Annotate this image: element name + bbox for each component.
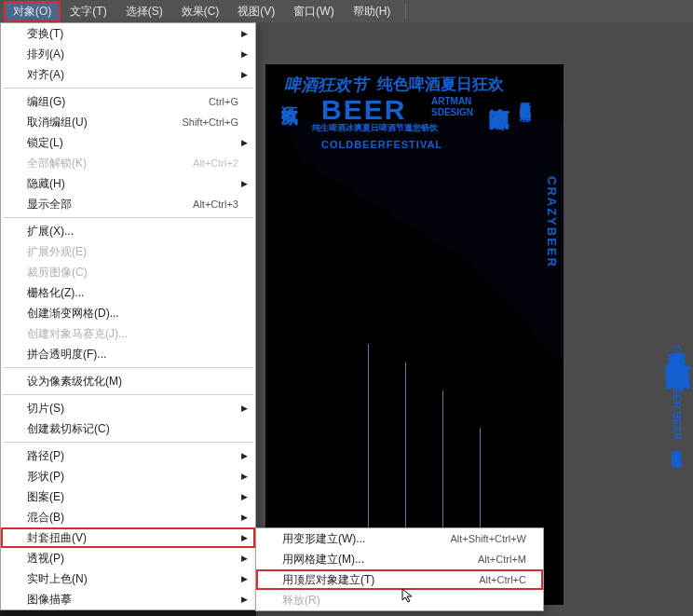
- art-title: 啤酒狂欢节: [284, 74, 368, 96]
- object-menu: 变换(T) 排列(A) 对齐(A) 编组(G)Ctrl+G 取消编组(U)Shi…: [0, 22, 256, 610]
- menu-envelope-distort[interactable]: 封套扭曲(V): [1, 527, 255, 548]
- submenu-make-warp[interactable]: 用变形建立(W)...Alt+Shift+Ctrl+W: [256, 528, 543, 549]
- menu-expand[interactable]: 扩展(X)...: [1, 221, 255, 241]
- menu-object-mosaic: 创建对象马赛克(J)...: [1, 323, 255, 344]
- menu-ungroup[interactable]: 取消编组(U)Shift+Ctrl+G: [1, 112, 255, 132]
- menu-effect[interactable]: 效果(C): [172, 1, 229, 22]
- menu-path[interactable]: 路径(P): [1, 445, 255, 466]
- menu-slice[interactable]: 切片(S): [1, 398, 255, 418]
- submenu-make-mesh[interactable]: 用网格建立(M)...Alt+Ctrl+M: [256, 549, 543, 569]
- menu-expand-appearance: 扩展外观(E): [1, 241, 255, 262]
- menu-unlock-all: 全部解锁(K)Alt+Ctrl+2: [1, 153, 255, 173]
- menu-show-all[interactable]: 显示全部Alt+Ctrl+3: [1, 194, 255, 214]
- menu-lock[interactable]: 锁定(L): [1, 132, 255, 153]
- menu-blend[interactable]: 混合(B): [1, 507, 255, 527]
- art-beer: BEER: [321, 94, 406, 126]
- submenu-release: 释放(R): [256, 590, 543, 610]
- menu-view[interactable]: 视图(V): [228, 1, 284, 22]
- envelope-submenu: 用变形建立(W)...Alt+Shift+Ctrl+W 用网格建立(M)...A…: [255, 527, 544, 611]
- art-sub: 纯色啤酒夏日狂欢: [377, 74, 504, 95]
- menu-pattern[interactable]: 图案(E): [1, 486, 255, 507]
- separator: [3, 367, 253, 368]
- menu-align[interactable]: 对齐(A): [1, 64, 255, 85]
- cursor-icon: [401, 587, 417, 608]
- menu-help[interactable]: 帮助(H): [344, 1, 401, 22]
- menu-crop-image: 裁剪图像(C): [1, 262, 255, 282]
- side-text-panel: 酒夏日狂欢 冰爽啤酒节 CRAZYBEER BEER 冰爽夏日 疯狂啤酒 邀您喝: [558, 339, 693, 600]
- menu-trim-marks[interactable]: 创建裁切标记(C): [1, 418, 255, 439]
- menu-shape[interactable]: 形状(P): [1, 466, 255, 486]
- menu-group[interactable]: 编组(G)Ctrl+G: [1, 91, 255, 112]
- menubar: 对象(O) 文字(T) 选择(S) 效果(C) 视图(V) 窗口(W) 帮助(H…: [0, 0, 693, 22]
- menu-arrange[interactable]: 排列(A): [1, 44, 255, 64]
- menu-flatten[interactable]: 拼合透明度(F)...: [1, 344, 255, 364]
- divider: [405, 4, 406, 19]
- menu-rasterize[interactable]: 栅格化(Z)...: [1, 282, 255, 303]
- art-small: 纯生啤酒冰爽夏日啤酒节邀您畅饮: [312, 122, 438, 134]
- separator: [3, 217, 253, 218]
- menu-transform[interactable]: 变换(T): [1, 23, 255, 44]
- menu-image-trace[interactable]: 图像描摹: [1, 589, 255, 609]
- art-fest: COLDBEERFESTIVAL: [321, 139, 442, 150]
- submenu-make-top-object[interactable]: 用顶层对象建立(T)Alt+Ctrl+C: [256, 569, 543, 590]
- separator: [3, 394, 253, 395]
- menu-perspective[interactable]: 透视(P): [1, 548, 255, 568]
- menu-type[interactable]: 文字(T): [61, 1, 116, 22]
- separator: [3, 442, 253, 443]
- menu-select[interactable]: 选择(S): [116, 1, 172, 22]
- art-v3: 冰爽夏日 疯狂啤酒 邀您喝: [517, 94, 533, 101]
- art-artman: ARTMAN: [431, 96, 471, 106]
- menu-pixel-perfect[interactable]: 设为像素级优化(M): [1, 371, 255, 391]
- menu-window[interactable]: 窗口(W): [284, 1, 343, 22]
- menu-object[interactable]: 对象(O): [4, 1, 61, 22]
- art-crazy: CRAZYBEER: [545, 176, 559, 268]
- art-sdesign: SDESIGN: [431, 107, 473, 117]
- menu-live-paint[interactable]: 实时上色(N): [1, 568, 255, 589]
- artboard[interactable]: 啤酒狂欢节 纯色啤酒夏日狂欢 BEER ARTMAN SDESIGN 疯凉狂 冰…: [265, 64, 564, 605]
- separator: [3, 88, 253, 89]
- menu-hide[interactable]: 隐藏(H): [1, 173, 255, 194]
- menu-gradient-mesh[interactable]: 创建渐变网格(D)...: [1, 303, 255, 323]
